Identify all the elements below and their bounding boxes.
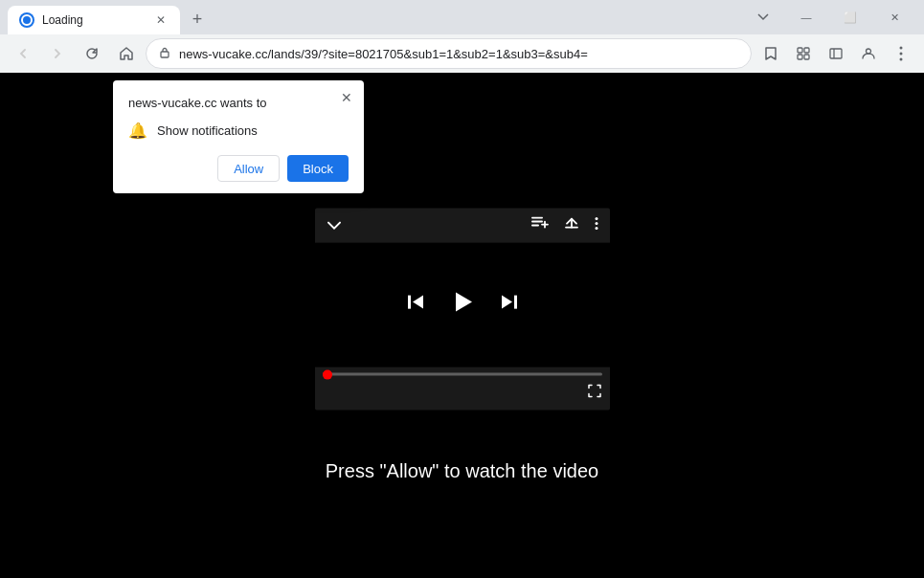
reload-button[interactable]	[77, 38, 107, 69]
svg-rect-2	[804, 48, 809, 53]
svg-point-6	[867, 49, 871, 54]
svg-rect-3	[798, 55, 802, 59]
svg-rect-4	[804, 55, 809, 59]
address-bar[interactable]: news-vucake.cc/lands/39/?site=8021705&su…	[146, 38, 752, 69]
menu-button[interactable]	[886, 38, 916, 69]
video-top-bar	[315, 209, 610, 243]
notification-popup: ✕ news-vucake.cc wants to 🔔 Show notific…	[113, 80, 364, 193]
svg-rect-20	[514, 296, 517, 309]
page-content: ✕ news-vucake.cc wants to 🔔 Show notific…	[0, 73, 924, 578]
more-options-icon[interactable]	[595, 217, 598, 234]
svg-point-9	[900, 58, 903, 61]
popup-title: news-vucake.cc wants to	[128, 96, 349, 110]
fullscreen-button[interactable]	[587, 384, 602, 403]
popup-buttons: Allow Block	[128, 155, 349, 182]
svg-rect-1	[798, 48, 802, 53]
window-controls: — ⬜ ✕	[784, 0, 916, 34]
lock-icon	[158, 46, 171, 62]
svg-rect-5	[830, 49, 842, 58]
video-progress[interactable]	[315, 367, 610, 380]
add-to-queue-icon[interactable]	[531, 217, 549, 234]
video-top-right-controls	[531, 216, 598, 235]
svg-point-15	[595, 227, 597, 230]
title-bar: Loading ✕ + — ⬜ ✕	[0, 0, 924, 34]
url-text: news-vucake.cc/lands/39/?site=8021705&su…	[179, 47, 739, 61]
popup-notification-row: 🔔 Show notifications	[128, 122, 349, 140]
new-tab-button[interactable]: +	[184, 6, 211, 33]
next-button[interactable]	[499, 292, 520, 319]
svg-point-8	[900, 53, 903, 56]
tab-strip: Loading ✕ +	[8, 0, 750, 34]
svg-marker-16	[413, 296, 423, 309]
minimize-button[interactable]: —	[784, 0, 828, 34]
video-collapse-icon[interactable]	[327, 218, 342, 233]
forward-button[interactable]	[42, 38, 73, 69]
video-area	[315, 243, 610, 367]
block-button[interactable]: Block	[287, 155, 349, 182]
active-tab[interactable]: Loading ✕	[8, 6, 180, 34]
svg-point-13	[595, 217, 597, 220]
prev-button[interactable]	[405, 292, 426, 319]
browser-window: Loading ✕ + — ⬜ ✕	[0, 0, 924, 578]
svg-point-14	[595, 222, 597, 225]
svg-rect-0	[161, 52, 169, 57]
tab-close-button[interactable]: ✕	[153, 12, 169, 28]
back-button[interactable]	[8, 38, 38, 69]
svg-point-7	[900, 47, 903, 50]
notification-text: Show notifications	[157, 123, 258, 138]
svg-rect-17	[408, 296, 411, 309]
svg-rect-12	[531, 225, 539, 227]
home-button[interactable]	[111, 38, 142, 69]
video-player	[315, 209, 610, 411]
collapse-tabs-button[interactable]	[750, 3, 777, 30]
restore-button[interactable]: ⬜	[828, 0, 872, 34]
sidebar-button[interactable]	[821, 38, 851, 69]
svg-marker-18	[456, 292, 472, 311]
nav-right-buttons	[755, 38, 916, 69]
play-button[interactable]	[449, 288, 476, 322]
close-button[interactable]: ✕	[872, 0, 916, 34]
video-bottom-bar	[315, 380, 610, 411]
allow-button[interactable]: Allow	[217, 155, 280, 182]
press-allow-text: Press "Allow" to watch the video	[326, 460, 598, 482]
bell-icon: 🔔	[128, 122, 147, 140]
bookmark-button[interactable]	[755, 38, 786, 69]
tab-title: Loading	[42, 13, 146, 27]
tab-favicon	[19, 12, 34, 28]
extension-button[interactable]	[788, 38, 819, 69]
account-button[interactable]	[853, 38, 884, 69]
progress-track[interactable]	[323, 373, 602, 376]
svg-rect-11	[531, 221, 543, 223]
svg-marker-19	[502, 296, 512, 309]
nav-bar: news-vucake.cc/lands/39/?site=8021705&su…	[0, 34, 924, 73]
popup-close-button[interactable]: ✕	[337, 88, 356, 107]
share-icon[interactable]	[564, 216, 579, 235]
progress-dot	[323, 369, 332, 379]
svg-rect-10	[531, 217, 543, 219]
